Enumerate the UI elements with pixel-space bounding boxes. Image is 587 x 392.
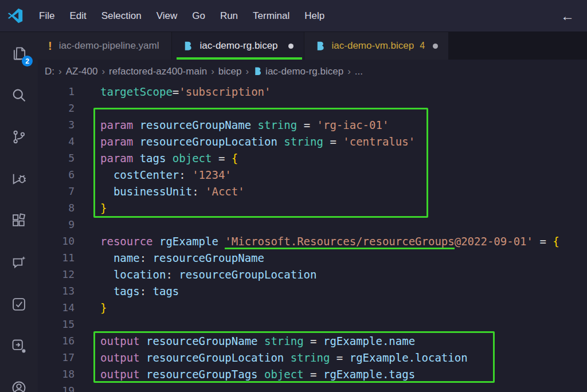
- line-number: 7: [38, 185, 75, 197]
- code-line[interactable]: 1targetScope='subscription': [38, 83, 587, 100]
- line-number: 3: [38, 119, 75, 131]
- breadcrumb-item[interactable]: bicep: [218, 66, 242, 77]
- chevron-right-icon: ›: [245, 66, 249, 77]
- line-number: 19: [38, 385, 75, 392]
- code-line[interactable]: 2: [38, 100, 587, 116]
- menu-run[interactable]: Run: [213, 10, 245, 22]
- breadcrumb-item[interactable]: AZ-400: [66, 66, 98, 77]
- menu-selection[interactable]: Selection: [94, 10, 149, 22]
- tab-label: iac-demo-pipeline.yaml: [59, 40, 159, 52]
- bicep-file-icon: [315, 41, 326, 52]
- breadcrumb-item[interactable]: ...: [355, 66, 363, 77]
- code-line[interactable]: 15: [38, 316, 587, 332]
- menu-file[interactable]: File: [32, 10, 62, 22]
- line-number: 1: [38, 85, 75, 97]
- tab-iac-demo-pipeline[interactable]: ! iac-demo-pipeline.yaml: [38, 32, 172, 60]
- modified-dot: [433, 44, 438, 49]
- run-and-debug-icon[interactable]: [0, 158, 38, 199]
- modified-dot: [288, 44, 294, 49]
- search-icon[interactable]: [0, 74, 38, 116]
- code-line[interactable]: 16output resourceGroupName string = rgEx…: [38, 332, 587, 349]
- line-number: 17: [38, 351, 75, 363]
- chevron-right-icon: ›: [347, 66, 351, 77]
- tab-label: iac-demo-vm.bicep: [332, 40, 414, 52]
- tab-iac-demo-vm[interactable]: iac-demo-vm.bicep 4: [304, 32, 449, 60]
- line-number: 10: [38, 235, 75, 247]
- line-number: 4: [38, 135, 75, 147]
- warning-icon: !: [48, 40, 52, 53]
- line-number: 16: [38, 335, 75, 347]
- code-line[interactable]: 8}: [38, 199, 587, 216]
- tab-bar: ! iac-demo-pipeline.yaml iac-demo-rg.bic…: [38, 32, 587, 60]
- testing-icon[interactable]: [0, 283, 38, 325]
- code-line[interactable]: 11 name: resourceGroupName: [38, 249, 587, 266]
- code-line[interactable]: 17output resourceGroupLocation string = …: [38, 349, 587, 366]
- code-line[interactable]: 4param resourceGroupLocation string = 'c…: [38, 133, 587, 150]
- code-line[interactable]: 19: [38, 382, 587, 392]
- chevron-right-icon: ›: [211, 66, 214, 77]
- code-line[interactable]: 12 location: resourceGroupLocation: [38, 266, 587, 283]
- pipelines-icon[interactable]: [0, 325, 38, 367]
- line-number: 11: [38, 252, 75, 264]
- line-number: 12: [38, 268, 75, 280]
- code-line[interactable]: 9: [38, 216, 587, 233]
- back-arrow-icon[interactable]: ←: [561, 9, 574, 23]
- line-number: 6: [38, 168, 75, 181]
- vscode-window: FileEditSelectionViewGoRunTerminalHelp ←…: [0, 0, 587, 392]
- line-number: 9: [38, 218, 75, 230]
- chevron-right-icon: ›: [101, 66, 105, 77]
- line-number: 8: [38, 202, 75, 214]
- breadcrumb-item[interactable]: refactored-az400-main: [109, 66, 207, 77]
- problems-count-badge: 4: [420, 41, 425, 51]
- breadcrumb-item[interactable]: D:: [45, 66, 54, 77]
- breadcrumb: D:›AZ-400›refactored-az400-main›bicep›ia…: [38, 60, 587, 83]
- chevron-right-icon: ›: [58, 66, 62, 77]
- tab-iac-demo-rg[interactable]: iac-demo-rg.bicep: [172, 32, 304, 60]
- code-line[interactable]: 18output resourceGroupTags object = rgEx…: [38, 366, 587, 382]
- code-line[interactable]: 3param resourceGroupName string = 'rg-ia…: [38, 116, 587, 133]
- explorer-badge: 2: [22, 56, 33, 66]
- line-number: 14: [38, 301, 75, 313]
- annotation-tab-underline: [177, 57, 302, 60]
- explorer-icon[interactable]: 2: [0, 32, 38, 74]
- extensions-icon[interactable]: [0, 199, 38, 241]
- code-line[interactable]: 10resource rgExample 'Microsoft.Resource…: [38, 233, 587, 249]
- line-number: 18: [38, 368, 75, 380]
- line-number: 13: [38, 285, 75, 297]
- bicep-file-icon: [182, 41, 193, 52]
- vscode-logo: [7, 8, 23, 23]
- chat-icon[interactable]: [0, 241, 38, 283]
- line-number: 2: [38, 102, 75, 114]
- menu-help[interactable]: Help: [297, 10, 332, 22]
- activity-bar: 2: [0, 32, 38, 392]
- code-line[interactable]: 14}: [38, 299, 587, 316]
- menu-terminal[interactable]: Terminal: [245, 10, 297, 22]
- menu-view[interactable]: View: [149, 10, 185, 22]
- account-icon[interactable]: [0, 367, 38, 392]
- menu-go[interactable]: Go: [185, 10, 213, 22]
- menu-bar: FileEditSelectionViewGoRunTerminalHelp ←: [0, 0, 587, 32]
- line-number: 15: [38, 318, 75, 330]
- menu-edit[interactable]: Edit: [62, 10, 93, 22]
- line-number: 5: [38, 152, 75, 164]
- code-line[interactable]: 6 costCenter: '1234': [38, 166, 587, 183]
- source-control-icon[interactable]: [0, 116, 38, 158]
- code-line[interactable]: 7 businessUnit: 'Acct': [38, 183, 587, 199]
- code-line[interactable]: 5param tags object = {: [38, 150, 587, 166]
- code-editor[interactable]: 1targetScope='subscription'23param resou…: [38, 83, 587, 392]
- bicep-file-icon: [253, 66, 263, 76]
- tab-label: iac-demo-rg.bicep: [199, 40, 277, 52]
- breadcrumb-item[interactable]: iac-demo-rg.bicep: [265, 66, 343, 77]
- code-line[interactable]: 13 tags: tags: [38, 283, 587, 299]
